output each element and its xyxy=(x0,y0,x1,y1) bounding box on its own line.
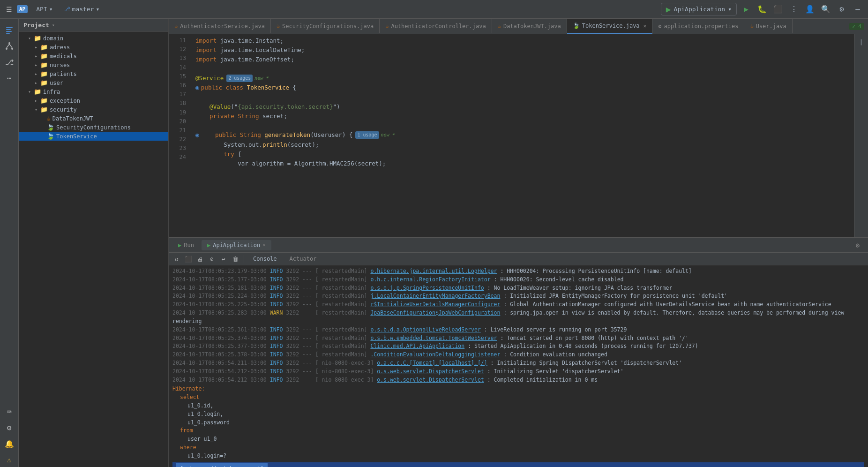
settings-button[interactable]: ⚙ xyxy=(835,3,848,16)
stop-icon[interactable]: ⬛ xyxy=(183,254,194,264)
code-line-11: import java.time.Instant; xyxy=(190,36,854,45)
code-line-21: ◉ public String generateToken(User user)… xyxy=(190,130,854,140)
tree-arrow-domain: ▾ xyxy=(28,36,34,41)
tree-item-domain[interactable]: ▾ 📁 domain xyxy=(19,34,168,43)
tree-item-security[interactable]: ▾ 📁 security xyxy=(19,105,168,114)
tree-arrow-infra: ▾ xyxy=(28,89,34,94)
tree-item-medicals[interactable]: ▸ 📁 medicals xyxy=(19,52,168,60)
wrap-icon[interactable]: ↩ xyxy=(218,254,229,264)
code-line-18: @Value("{api.security.token.secret}") xyxy=(190,102,854,112)
hamburger-icon[interactable]: ☰ xyxy=(4,4,14,15)
tree-arrow-patients: ▸ xyxy=(35,71,40,76)
editor-tab-bar: ☕ AuthenticatorService.java ☕ SecurityCo… xyxy=(169,19,868,34)
actuator-tab[interactable]: Actuator xyxy=(284,254,322,264)
tree-label-domain: domain xyxy=(43,35,63,42)
minimize-button[interactable]: — xyxy=(851,3,864,16)
tree-item-nurses[interactable]: ▸ 📁 nurses xyxy=(19,60,168,69)
sidebar-item-plugins[interactable]: ⚙ xyxy=(2,420,17,435)
tab-User[interactable]: ☕ User.java xyxy=(744,19,792,33)
tree-item-TokenService[interactable]: 🍃 TokenService xyxy=(19,132,168,141)
sidebar-item-structure[interactable] xyxy=(2,38,17,53)
sidebar-item-more[interactable]: ⋯ xyxy=(2,70,17,85)
log-line-6: 2024-10-17T08:05:25.283-03:00 WARN 3292 … xyxy=(172,309,864,326)
tree-item-adress[interactable]: ▸ 📁 adress xyxy=(19,43,168,52)
accounts-button[interactable]: 👤 xyxy=(803,3,816,16)
tree-item-exception[interactable]: ▸ 📁 exception xyxy=(19,96,168,105)
log-line-11: 2024-10-17T08:05:54.211-03:00 INFO 3292 … xyxy=(172,359,864,368)
run-configuration-selector[interactable]: ▶ ApiApplication ▾ xyxy=(661,3,737,15)
sidebar-item-terminal[interactable]: ⌨ xyxy=(2,404,17,419)
editor-area: ☕ AuthenticatorService.java ☕ SecurityCo… xyxy=(169,19,868,467)
run-button[interactable]: ▶ xyxy=(740,3,753,16)
tree-item-user[interactable]: ▸ 📁 user xyxy=(19,78,168,87)
tab-application-properties[interactable]: ⚙ application.properties xyxy=(652,19,744,33)
project-panel-header: Project ▾ xyxy=(19,19,168,32)
more-actions-button[interactable]: ⋮ xyxy=(787,3,801,16)
tab-SecurityConfigurations[interactable]: ☕ SecurityConfigurations.java xyxy=(271,19,380,33)
folder-icon-adress: 📁 xyxy=(40,44,48,51)
folder-icon-medicals: 📁 xyxy=(40,53,48,60)
tab-AuthenticatorService[interactable]: ☕ AuthenticatorService.java xyxy=(169,19,271,33)
sidebar-item-project[interactable] xyxy=(2,23,17,38)
tab-label: application.properties xyxy=(664,23,738,30)
checkmark-badge: ✓ 4 xyxy=(849,23,864,30)
log-line-4: 2024-10-17T08:05:25.224-03:00 INFO 3292 … xyxy=(172,292,864,301)
branch-name-label: master xyxy=(72,6,94,13)
tree-item-patients[interactable]: ▸ 📁 patients xyxy=(19,69,168,78)
tree-item-infra[interactable]: ▾ 📁 infra xyxy=(19,87,168,96)
tree-item-DataTokenJWT[interactable]: ☕ DataTokenJWT xyxy=(19,114,168,123)
log-line-2: 2024-10-17T08:05:25.177-03:00 INFO 3292 … xyxy=(172,276,864,284)
log-line-1: 2024-10-17T08:05:23.179-03:00 INFO 3292 … xyxy=(172,267,864,276)
filter-icon[interactable]: ⊘ xyxy=(207,254,217,264)
code-line-19: private String secret; xyxy=(190,112,854,121)
stop-button[interactable]: ⬛ xyxy=(771,3,785,16)
search-everywhere-button[interactable]: 🔍 xyxy=(819,3,832,16)
console-status-bar: {api.security.token.secret} xyxy=(172,462,864,467)
debug-button[interactable]: 🐛 xyxy=(756,3,769,16)
tree-label-adress: adress xyxy=(50,44,70,51)
gutter-run-icon-21[interactable]: ◉ xyxy=(195,130,199,140)
tree-label-SecurityConfigurations: SecurityConfigurations xyxy=(56,124,131,131)
log-line-9: 2024-10-17T08:05:25.377-03:00 INFO 3292 … xyxy=(172,342,864,351)
code-line-12: import java.time.LocalDateTime; xyxy=(190,45,854,55)
sidebar-item-notifications[interactable]: 🔔 xyxy=(2,436,17,451)
garbage-icon[interactable]: 🗑 xyxy=(230,254,240,264)
branch-selector[interactable]: ⎇ master ▾ xyxy=(60,5,104,14)
code-editor[interactable]: import java.time.Instant; import java.ti… xyxy=(190,34,854,237)
new-badge-generateToken: new * xyxy=(381,131,395,139)
console-toolbar: ↺ ⬛ 🖨 ⊘ ↩ 🗑 Console Actuator xyxy=(169,253,868,265)
restart-icon[interactable]: ↺ xyxy=(172,254,182,264)
run-config-label: ApiApplication xyxy=(674,6,726,13)
tab-TokenService[interactable]: 🍃 TokenService.java ✕ xyxy=(567,19,652,34)
project-selector[interactable]: API ▾ xyxy=(32,5,56,14)
project-panel-arrow: ▾ xyxy=(52,23,55,28)
java-file-icon: ☕ xyxy=(385,23,389,30)
console-tab[interactable]: Console xyxy=(247,254,283,264)
tab-AuthenticatorController[interactable]: ☕ AuthenticatorController.java xyxy=(380,19,492,33)
console-output[interactable]: 2024-10-17T08:05:23.179-03:00 INFO 3292 … xyxy=(169,265,868,467)
log-line-12: 2024-10-17T08:05:54.212-03:00 INFO 3292 … xyxy=(172,368,864,376)
project-panel: Project ▾ ▾ 📁 domain ▸ 📁 adress ▸ 📁 medi… xyxy=(19,19,169,467)
gutter-run-icon-16[interactable]: ◉ xyxy=(195,83,199,93)
bottom-panel-settings-icon[interactable]: ⚙ xyxy=(851,239,864,252)
usage-badge-generateToken[interactable]: 1 usage xyxy=(355,131,379,139)
tab-close-icon[interactable]: ✕ xyxy=(644,23,647,29)
folder-icon-user: 📁 xyxy=(40,79,48,86)
bottom-tab-api[interactable]: ▶ ApiApplication ✕ xyxy=(202,240,271,250)
project-panel-title: Project xyxy=(23,22,49,29)
hibernate-query-from: from xyxy=(172,427,864,435)
sidebar-item-warnings[interactable]: ⚠ xyxy=(2,452,17,467)
bottom-tab-run[interactable]: ▶ Run xyxy=(172,240,200,250)
tab-DataTokenJWT[interactable]: ☕ DataTokenJWT.java xyxy=(492,19,567,33)
sidebar-item-git[interactable]: ⎇ xyxy=(2,54,17,69)
log-line-13: 2024-10-17T08:05:54.212-03:00 INFO 3292 … xyxy=(172,376,864,384)
bottom-tab-close-icon[interactable]: ✕ xyxy=(262,242,266,248)
usage-badge-service[interactable]: 2 usages xyxy=(226,75,253,82)
print-icon[interactable]: 🖨 xyxy=(195,254,205,264)
java-icon-DataTokenJWT: ☕ xyxy=(47,115,51,122)
code-line-24: var algorithm = Algorithm.HMAC256(secret… xyxy=(190,159,854,168)
tree-item-SecurityConfigurations[interactable]: 🍃 SecurityConfigurations xyxy=(19,123,168,132)
code-line-23: try { xyxy=(190,150,854,159)
tree-label-TokenService: TokenService xyxy=(56,133,97,140)
editor-scrollbar-area[interactable]: | xyxy=(854,34,868,237)
